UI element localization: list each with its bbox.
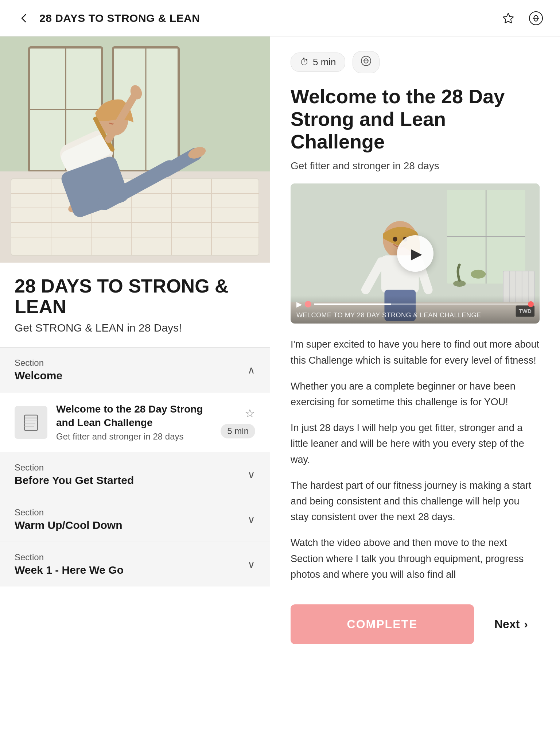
body-paragraph-1: I'm super excited to have you here to fi… [291, 337, 540, 368]
section-before-header[interactable]: Section Before You Get Started ∨ [0, 452, 270, 497]
play-icon: ▶ [411, 245, 422, 262]
lesson-title: Welcome to the 28 Day Strong and Lean Ch… [56, 403, 212, 429]
chevron-before: ∨ [248, 469, 255, 481]
section-label-welcome: Section [15, 358, 62, 368]
clock-icon: ⏱ [300, 57, 309, 68]
svg-point-58 [393, 237, 397, 242]
section-label-week1: Section [15, 552, 124, 562]
bookmark-button[interactable] [499, 9, 518, 28]
section-welcome: Section Welcome ∧ [0, 347, 270, 452]
chevron-welcome: ∧ [248, 364, 255, 376]
complete-button[interactable]: COMPLETE [291, 604, 474, 644]
section-warmup-header[interactable]: Section Warm Up/Cool Down ∨ [0, 497, 270, 542]
section-name-before: Before You Get Started [15, 474, 134, 486]
next-chevron-icon: › [524, 618, 528, 631]
lesson-duration: 5 min [221, 424, 255, 438]
section-name-welcome: Welcome [15, 369, 62, 382]
section-before: Section Before You Get Started ∨ [0, 452, 270, 497]
section-warmup: Section Warm Up/Cool Down ∨ [0, 497, 270, 542]
body-paragraph-4: The hardest part of our fitness journey … [291, 478, 540, 525]
lesson-info: Welcome to the 28 Day Strong and Lean Ch… [56, 403, 212, 442]
meta-row: ⏱ 5 min [291, 51, 540, 73]
section-welcome-header[interactable]: Section Welcome ∧ [0, 348, 270, 392]
body-paragraph-3: In just 28 days I will help you get fitt… [291, 420, 540, 468]
next-label: Next [494, 618, 520, 631]
duration-text: 5 min [313, 57, 336, 68]
video-container[interactable]: TWD ▶ ▶ WELCOME TO MY 28 DAY STRONG & LE… [291, 183, 540, 324]
duration-badge: ⏱ 5 min [291, 53, 345, 72]
section-name-warmup: Warm Up/Cool Down [15, 519, 122, 531]
hero-image [0, 36, 270, 263]
body-paragraph-2: Whether you are a complete beginner or h… [291, 379, 540, 410]
course-title-section: 28 DAYS TO STRONG & LEAN Get STRONG & LE… [0, 263, 270, 340]
course-subtitle: Get STRONG & LEAN in 28 Days! [15, 322, 255, 334]
main-layout: 28 DAYS TO STRONG & LEAN Get STRONG & LE… [0, 36, 560, 659]
back-button[interactable] [15, 9, 34, 28]
content-subtitle: Get fitter and stronger in 28 days [291, 160, 540, 172]
section-label-warmup: Section [15, 507, 122, 518]
video-caption: WELCOME TO MY 28 DAY STRONG & LEAN CHALL… [296, 311, 534, 319]
lesson-book-icon [15, 406, 47, 439]
header-left: 28 DAYS TO STRONG & LEAN [15, 9, 200, 28]
chevron-week1: ∨ [248, 558, 255, 570]
right-panel: ⏱ 5 min Welcome to the 28 Day Strong and… [270, 36, 560, 659]
header-title: 28 DAYS TO STRONG & LEAN [39, 12, 200, 24]
sections-list: Section Welcome ∧ [0, 347, 270, 587]
section-week1-info: Section Week 1 - Here We Go [15, 552, 124, 576]
link-badge-button[interactable] [353, 51, 380, 73]
section-week1-header[interactable]: Section Week 1 - Here We Go ∨ [0, 542, 270, 587]
svg-point-47 [471, 270, 486, 279]
lesson-star-icon[interactable]: ☆ [245, 406, 255, 420]
content-title: Welcome to the 28 Day Strong and Lean Ch… [291, 85, 540, 153]
body-paragraph-5: Watch the video above and then move to t… [291, 535, 540, 582]
svg-rect-34 [24, 415, 38, 430]
left-panel: 28 DAYS TO STRONG & LEAN Get STRONG & LE… [0, 36, 270, 659]
lesson-right: ☆ 5 min [221, 406, 255, 438]
section-label-before: Section [15, 462, 134, 473]
header: 28 DAYS TO STRONG & LEAN [0, 0, 560, 36]
next-button[interactable]: Next › [483, 610, 540, 638]
section-warmup-info: Section Warm Up/Cool Down [15, 507, 122, 531]
course-main-title: 28 DAYS TO STRONG & LEAN [15, 276, 255, 317]
chevron-warmup: ∨ [248, 514, 255, 526]
section-week1: Section Week 1 - Here We Go ∨ [0, 542, 270, 587]
bottom-actions: COMPLETE Next › [291, 597, 540, 644]
section-before-info: Section Before You Get Started [15, 462, 134, 487]
header-icons [499, 9, 545, 28]
video-play-button[interactable]: ▶ [397, 235, 433, 272]
lesson-item-welcome: Welcome to the 28 Day Strong and Lean Ch… [0, 392, 270, 452]
section-name-week1: Week 1 - Here We Go [15, 564, 124, 576]
lesson-desc: Get fitter and stronger in 28 days [56, 431, 212, 442]
share-button[interactable] [526, 9, 545, 28]
section-welcome-info: Section Welcome [15, 358, 62, 382]
